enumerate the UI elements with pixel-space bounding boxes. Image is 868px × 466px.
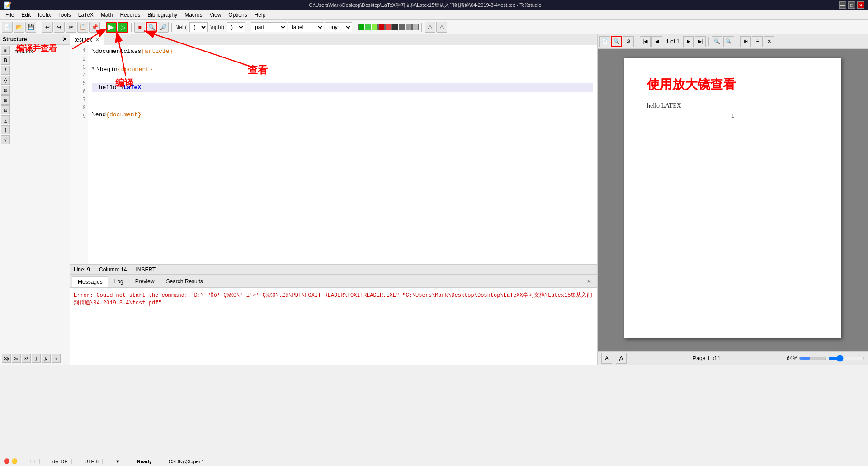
status-line: Line: 9 xyxy=(74,266,90,273)
struct-icon-4[interactable]: {} xyxy=(1,76,10,85)
bottom-icon-3[interactable]: x¹ xyxy=(22,354,31,363)
bottom-icon-1[interactable]: $$ xyxy=(2,354,11,363)
search-button[interactable]: 🔎 xyxy=(158,22,169,33)
bottom-icon-4[interactable]: ∫ xyxy=(32,354,41,363)
preview-settings-button[interactable]: ⚙ xyxy=(623,36,634,47)
preview-first-page[interactable]: |◀ xyxy=(640,36,651,47)
struct-icon-9[interactable]: ∫ xyxy=(1,125,10,134)
preview-open-button[interactable]: 📄 xyxy=(599,36,610,47)
color-dark1[interactable] xyxy=(392,24,398,30)
preview-aa-large[interactable]: A xyxy=(616,353,627,364)
struct-icon-3[interactable]: I xyxy=(1,66,10,75)
save-file-button[interactable]: 💾 xyxy=(25,22,36,33)
compile-run-button[interactable]: ▶ xyxy=(106,22,117,33)
code-line-2 xyxy=(92,56,593,65)
pdf-page-number: 1 xyxy=(731,113,734,119)
size-select[interactable]: tiny xyxy=(325,22,352,32)
code-line-5: hello \LaTeX xyxy=(92,83,593,92)
left-paren-select[interactable]: ( xyxy=(189,22,208,32)
editor-tab-test[interactable]: test.tex ✕ xyxy=(70,34,104,45)
color-red2[interactable] xyxy=(385,24,392,30)
preview-zoom-in[interactable]: 🔍 xyxy=(712,36,722,47)
bottom-icon-5[interactable]: ∫₂ xyxy=(42,354,51,363)
stop-button[interactable]: ■ xyxy=(134,22,145,33)
left-paren-label: \left( xyxy=(175,24,189,30)
color-dark3[interactable] xyxy=(406,24,412,30)
preview-last-page[interactable]: ▶| xyxy=(695,36,706,47)
preview-zoom-out[interactable]: 🔍 xyxy=(723,36,734,47)
preview-aa-small[interactable]: A xyxy=(601,353,612,364)
preview-search-button[interactable]: 🔍 xyxy=(611,36,622,47)
struct-icon-2[interactable]: B xyxy=(1,56,10,65)
color-green2[interactable] xyxy=(365,24,371,30)
menu-item-options[interactable]: Options xyxy=(225,11,250,19)
color-gray[interactable] xyxy=(412,24,419,30)
structure-header: Structure ✕ xyxy=(0,34,70,45)
compile-button[interactable]: ▷ xyxy=(118,22,128,33)
color-red1[interactable] xyxy=(378,24,385,30)
menu-item-latex[interactable]: LaTeX xyxy=(75,11,97,19)
toolbar-separator-5 xyxy=(248,23,248,32)
struct-icon-1[interactable]: ≡ xyxy=(1,46,10,55)
label-select[interactable]: label xyxy=(288,22,324,32)
menu-item-edit[interactable]: Edit xyxy=(18,11,34,19)
struct-icon-5[interactable]: ⊡ xyxy=(1,86,10,95)
struct-icon-6[interactable]: ⊞ xyxy=(1,95,10,105)
right-paren-select[interactable]: ) xyxy=(227,22,245,32)
menu-item-math[interactable]: Math xyxy=(97,11,117,19)
pdf-body: hello LATEX xyxy=(647,102,819,109)
close-button[interactable]: ✕ xyxy=(857,1,864,9)
menu-item-file[interactable]: File xyxy=(2,11,18,19)
warn2-btn[interactable]: ⚠ xyxy=(436,22,447,33)
editor-statusbar: Line: 9 Column: 14 INSERT xyxy=(70,264,597,274)
tree-file-item[interactable]: test.tex xyxy=(14,48,35,56)
structure-icon-panel: ≡ B I {} ⊡ ⊞ ⊟ ∑ ∫ √ xyxy=(0,45,11,352)
maximize-button[interactable]: □ xyxy=(848,1,855,9)
menu-item-help[interactable]: Help xyxy=(251,11,269,19)
paste-button[interactable]: 📌 xyxy=(89,22,100,33)
warn-btn[interactable]: ⚠ xyxy=(425,22,435,33)
preview-restore[interactable]: ⊟ xyxy=(752,36,763,47)
right-paren-label: \right) xyxy=(208,24,226,30)
tab-messages[interactable]: Messages xyxy=(72,276,108,287)
code-editor[interactable]: \documentclass{article} ▼\begin{document… xyxy=(88,45,597,264)
bottom-icon-6[interactable]: √ xyxy=(52,354,61,363)
bottom-icon-2[interactable]: x₀ xyxy=(12,354,21,363)
color-green3[interactable] xyxy=(372,24,378,30)
minimize-button[interactable]: — xyxy=(839,1,846,9)
view-pdf-button[interactable]: 🔍 xyxy=(146,22,157,33)
redo-button[interactable]: ↪ xyxy=(54,22,65,33)
bottom-panel-close[interactable]: ✕ xyxy=(583,278,595,285)
pdf-title: 使用放大镜查看 xyxy=(647,76,819,93)
tab-search-results[interactable]: Search Results xyxy=(160,276,208,286)
menu-item-macros[interactable]: Macros xyxy=(181,11,206,19)
tab-preview-log[interactable]: Preview xyxy=(129,276,160,286)
zoom-slider[interactable] xyxy=(828,355,864,362)
structure-close-button[interactable]: ✕ xyxy=(62,36,67,43)
preview-prev-page[interactable]: ◀ xyxy=(651,36,662,47)
tab-log[interactable]: Log xyxy=(108,276,129,286)
new-file-button[interactable]: 📄 xyxy=(2,22,13,33)
toolbar-separator-4 xyxy=(171,23,172,32)
menu-item-view[interactable]: View xyxy=(206,11,225,19)
status-encoding-arrow: ▼ xyxy=(112,459,124,464)
preview-close-btn[interactable]: ✕ xyxy=(764,36,774,47)
copy-button[interactable]: 📋 xyxy=(77,22,88,33)
menu-item-idefix[interactable]: Idefix xyxy=(34,11,55,19)
editor-and-bottom: test.tex ✕ 1 2 3 4 5 6 7 8 9 xyxy=(70,34,597,365)
cut-button[interactable]: ✂ xyxy=(66,22,76,33)
part-select[interactable]: part xyxy=(251,22,287,32)
color-dark2[interactable] xyxy=(399,24,405,30)
menu-item-tools[interactable]: Tools xyxy=(55,11,75,19)
open-file-button[interactable]: 📂 xyxy=(14,22,24,33)
struct-icon-7[interactable]: ⊟ xyxy=(1,105,10,114)
struct-icon-10[interactable]: √ xyxy=(1,135,10,144)
color-green1[interactable] xyxy=(358,24,364,30)
preview-next-page[interactable]: ▶ xyxy=(683,36,694,47)
menu-item-bibliography[interactable]: Bibliography xyxy=(144,11,181,19)
struct-icon-8[interactable]: ∑ xyxy=(1,115,10,124)
undo-button[interactable]: ↩ xyxy=(42,22,53,33)
menu-item-records[interactable]: Records xyxy=(116,11,144,19)
preview-maxmize[interactable]: ⊞ xyxy=(740,36,751,47)
tab-close-button[interactable]: ✕ xyxy=(95,37,99,43)
